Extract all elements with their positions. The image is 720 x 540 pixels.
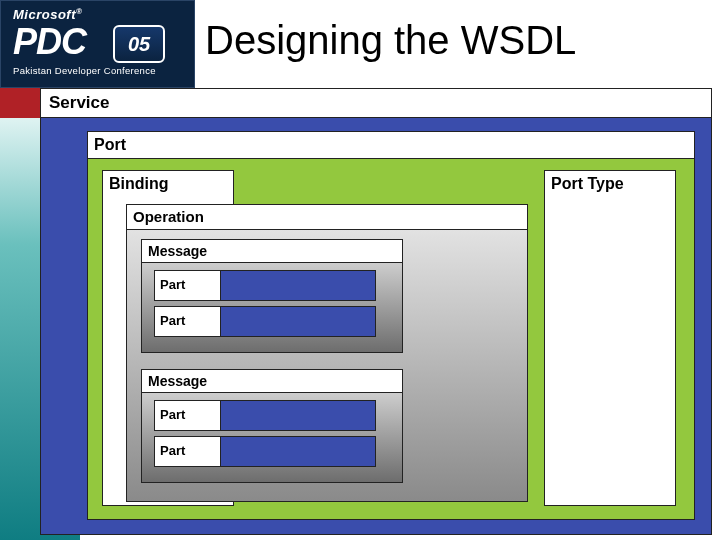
message-label: Message: [142, 370, 402, 393]
operation-label: Operation: [127, 205, 527, 230]
registered-mark: ®: [76, 7, 82, 16]
red-accent-tab: [0, 88, 40, 118]
part-label: Part: [155, 271, 221, 300]
part-box: Part: [154, 270, 376, 301]
pdc-year-badge: 05: [113, 25, 165, 63]
slide-title: Designing the WSDL: [205, 18, 576, 63]
part-box: Part: [154, 306, 376, 337]
port-type-label: Port Type: [545, 171, 675, 197]
message-label: Message: [142, 240, 402, 263]
port-type-box: Port Type: [544, 170, 676, 506]
operation-box: Operation Message Part Part Message Part…: [126, 204, 528, 502]
part-label: Part: [155, 437, 221, 466]
conference-name: Pakistan Developer Conference: [13, 65, 156, 76]
part-box: Part: [154, 436, 376, 467]
port-label: Port: [88, 132, 694, 159]
part-label: Part: [155, 307, 221, 336]
service-box: Service Port Binding Port Type Operation…: [40, 88, 712, 535]
part-label: Part: [155, 401, 221, 430]
message-box: Message Part Part: [141, 239, 403, 353]
port-box: Port Binding Port Type Operation Message…: [87, 131, 695, 520]
pdc-text: PDC: [13, 21, 86, 63]
binding-label: Binding: [103, 171, 233, 197]
message-box: Message Part Part: [141, 369, 403, 483]
part-box: Part: [154, 400, 376, 431]
pdc-logo-block: Microsoft® PDC 05 Pakistan Developer Con…: [0, 0, 195, 88]
service-label: Service: [41, 89, 711, 118]
